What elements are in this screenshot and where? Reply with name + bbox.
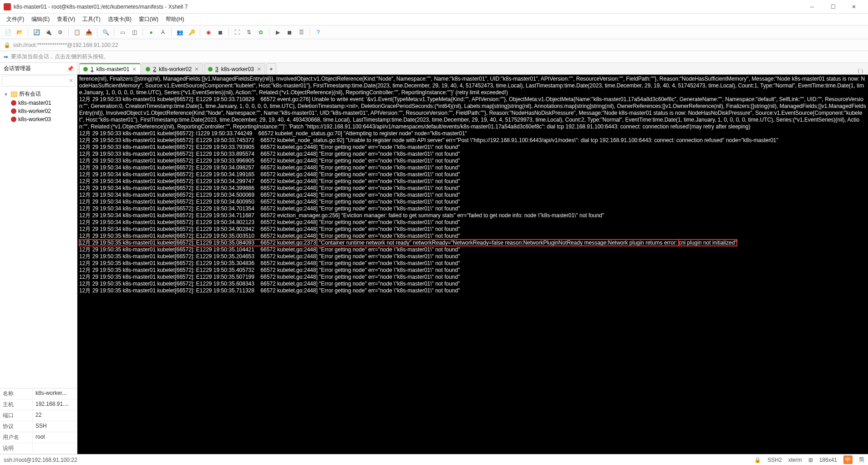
reconnect-icon[interactable]: 🔄 (31, 27, 41, 37)
tab-close-icon[interactable]: ✕ (132, 66, 137, 72)
status-size: 186x41 (819, 457, 837, 463)
prop-name-v: k8s-worker... (33, 388, 77, 399)
status-dot-icon (208, 67, 213, 72)
prop-proto-k: 协议 (0, 421, 33, 432)
menu-view[interactable]: 查看(V) (53, 14, 79, 25)
status-enc: 中 (843, 455, 853, 464)
profiles-icon[interactable]: ⚙ (55, 27, 65, 37)
close-button[interactable]: ✕ (843, 0, 864, 14)
stop-icon[interactable]: ◼ (215, 27, 225, 37)
session-tree: ▾ 所有会话 k8s-master01 k8s-worker02 k8s-wor… (0, 87, 77, 388)
tab-index: 1 (91, 66, 94, 72)
terminal-highlight-1: 12月 29 19:50:35 k8s-master01 kubelet[665… (79, 240, 679, 246)
paste-icon[interactable]: 📥 (84, 27, 94, 37)
layout1-icon[interactable]: ▭ (117, 27, 127, 37)
prop-host-v: 192.168.91.... (33, 399, 77, 410)
statusbar: ssh://root@192.168.91.100:22 🔒 SSH2 xter… (0, 454, 868, 465)
arrow-right-icon[interactable]: ➡ (4, 54, 8, 60)
tab-add[interactable]: + (266, 63, 276, 74)
hint-bar: ➡ 要添加当前会话，点击左侧的箭头按钮。 (0, 51, 868, 63)
status-ssh: SSH2 (767, 457, 782, 463)
minimize-button[interactable]: ─ (802, 0, 822, 14)
script-icon[interactable]: ▶ (273, 27, 283, 37)
tab-bar: 1 k8s-master01 ✕ 2 k8s-worker02 ✕ 3 k8s-… (77, 63, 868, 75)
color-icon[interactable]: ● (146, 27, 156, 37)
tree-item-worker02[interactable]: k8s-worker02 (1, 107, 76, 115)
script-more-icon[interactable]: ☰ (296, 27, 306, 37)
status-term: xterm (788, 457, 802, 463)
sidebar-filter: ✕ (2, 76, 75, 87)
property-grid: 名称k8s-worker... 主机192.168.91.... 端口22 协议… (0, 388, 77, 454)
clear-icon[interactable]: ✕ (69, 77, 73, 84)
session-icon (11, 108, 16, 114)
terminal-output2: 12月 29 19:50:35 k8s-master01 kubelet[665… (79, 246, 460, 294)
content: 1 k8s-master01 ✕ 2 k8s-worker02 ✕ 3 k8s-… (77, 63, 868, 454)
addressbar[interactable]: 🔒 ssh://root:**************@192.168.91.1… (0, 39, 868, 51)
open-icon[interactable]: 📂 (15, 27, 25, 37)
tab-label: k8s-worker02 (159, 66, 192, 72)
menu-window[interactable]: 窗口(W) (135, 14, 162, 25)
help-icon[interactable]: ? (313, 27, 323, 37)
sidebar: 会话管理器 📌 ✕ ▾ 所有会话 k8s-master01 k8s-worker… (0, 63, 77, 454)
filter-input[interactable] (2, 76, 75, 87)
tree-label: k8s-worker03 (18, 116, 51, 123)
record-icon[interactable]: ◉ (203, 27, 213, 37)
key-icon[interactable]: 🔑 (187, 27, 197, 37)
menu-edit[interactable]: 编辑(E) (28, 14, 53, 25)
tab-overflow-icon[interactable]: ⟨ ⟩ (855, 68, 866, 74)
tree-item-worker03[interactable]: k8s-worker03 (1, 115, 76, 123)
menu-tools[interactable]: 工具(T) (79, 14, 104, 25)
session-icon (11, 117, 16, 122)
tree-root[interactable]: ▾ 所有会话 (1, 89, 76, 99)
terminal-highlight-2: cni plugin not initialized" (679, 240, 737, 246)
window-title: k8s-master01 - root@k8s-master01:/etc/ku… (14, 4, 802, 10)
tab-label: k8s-master01 (96, 66, 130, 72)
copy-icon[interactable]: 📋 (72, 27, 82, 37)
layout2-icon[interactable]: ◫ (129, 27, 139, 37)
maximize-button[interactable]: ☐ (822, 0, 843, 14)
new-session-icon[interactable]: 📄 (3, 27, 13, 37)
tab-label: k8s-worker03 (221, 66, 254, 72)
hint-text: 要添加当前会话，点击左侧的箭头按钮。 (11, 53, 109, 61)
address-text: ssh://root:**************@192.168.91.100… (13, 42, 118, 48)
folder-icon (11, 92, 17, 97)
tab-worker02[interactable]: 2 k8s-worker02 ✕ (142, 63, 203, 74)
prop-user-v: root (33, 432, 77, 443)
tab-index: 2 (153, 66, 156, 72)
sidebar-header: 会话管理器 📌 (0, 63, 77, 75)
menu-tab[interactable]: 选项卡(B) (104, 14, 135, 25)
grid-icon: ⊞ (808, 457, 813, 463)
prop-port-v: 22 (33, 410, 77, 421)
users-icon[interactable]: 👥 (175, 27, 185, 37)
tab-close-icon[interactable]: ✕ (257, 66, 261, 72)
fullscreen-icon[interactable]: ⛶ (232, 27, 242, 37)
find-icon[interactable]: 🔍 (101, 27, 111, 37)
prop-name-k: 名称 (0, 388, 33, 399)
collapse-icon[interactable]: ▾ (3, 91, 9, 97)
tab-master01[interactable]: 1 k8s-master01 ✕ (79, 63, 141, 74)
app-icon (4, 3, 11, 10)
status-dot-icon (83, 67, 88, 72)
menu-help[interactable]: 帮助(H) (162, 14, 188, 25)
font-icon[interactable]: A (158, 27, 168, 37)
tab-index: 3 (215, 66, 218, 72)
terminal-output: ference(nil), Finalizers:[]string(nil), … (79, 76, 866, 239)
pin-icon[interactable]: 📌 (67, 66, 73, 72)
prop-desc-k: 说明 (0, 443, 33, 454)
prop-user-k: 用户名 (0, 432, 33, 443)
disconnect-icon[interactable]: 🔌 (43, 27, 53, 37)
tree-item-master01[interactable]: k8s-master01 (1, 99, 76, 107)
tab-worker03[interactable]: 3 k8s-worker03 ✕ (204, 63, 265, 74)
tab-close-icon[interactable]: ✕ (194, 66, 199, 72)
sidebar-title: 会话管理器 (4, 65, 31, 72)
xftp-icon[interactable]: ✿ (256, 27, 266, 37)
transfer-icon[interactable]: ⇅ (244, 27, 254, 37)
lock-icon: 🔒 (754, 457, 761, 463)
session-icon (11, 100, 16, 106)
terminal[interactable]: ference(nil), Finalizers:[]string(nil), … (77, 75, 868, 454)
tree-label: k8s-master01 (18, 100, 51, 106)
menu-file[interactable]: 文件(F) (3, 14, 28, 25)
tree-label: k8s-worker02 (18, 108, 51, 114)
script-stop-icon[interactable]: ◼ (284, 27, 294, 37)
prop-desc-v (33, 443, 77, 454)
